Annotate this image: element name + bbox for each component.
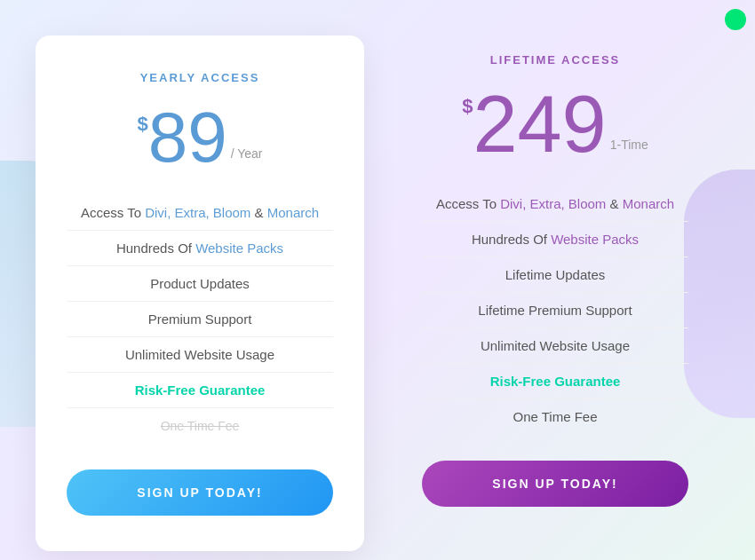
yearly-feature-access-prefix: Access To [81,205,145,220]
yearly-signup-button[interactable]: SIGN UP TODAY! [67,469,333,516]
lifetime-features-list: Access To Divi, Extra, Bloom & Monarch H… [422,186,688,434]
lifetime-feature-updates: Lifetime Updates [422,257,688,293]
yearly-card: YEARLY ACCESS $ 89 / Year Access To Divi… [36,35,364,551]
yearly-one-time-label: One Time Fee [161,419,240,433]
lifetime-feature-support: Lifetime Premium Support [422,293,688,328]
yearly-price-block: $ 89 / Year [67,102,333,173]
yearly-price-period: / Year [231,146,263,161]
lifetime-feature-monarch-link[interactable]: Monarch [623,196,674,211]
lifetime-plan-title: LIFETIME ACCESS [422,53,688,67]
yearly-feature-risk-free: Risk-Free Guarantee [67,373,333,408]
lifetime-feature-and: & [610,196,623,211]
lifetime-feature-wp-link[interactable]: Website Packs [551,232,639,247]
lifetime-feature-access-prefix: Access To [436,196,500,211]
lifetime-feature-one-time: One Time Fee [422,399,688,434]
yearly-feature-monarch-link[interactable]: Monarch [267,205,319,220]
yearly-price-symbol: $ [137,113,147,136]
lifetime-one-time-label: One Time Fee [513,409,597,424]
pricing-container: YEARLY ACCESS $ 89 / Year Access To Divi… [18,0,737,560]
lifetime-price-period: 1-Time [610,138,648,152]
lifetime-signup-button[interactable]: SIGN UP TODAY! [422,461,688,507]
lifetime-feature-usage: Unlimited Website Usage [422,328,688,364]
yearly-feature-updates: Product Updates [67,266,333,302]
yearly-feature-wp-link[interactable]: Website Packs [195,241,283,256]
lifetime-feature-website-packs: Hundreds Of Website Packs [422,222,688,257]
lifetime-feature-access: Access To Divi, Extra, Bloom & Monarch [422,186,688,222]
yearly-feature-one-time: One Time Fee [67,408,333,443]
lifetime-feature-wp-prefix: Hundreds Of [472,232,551,247]
yearly-feature-and: & [255,205,267,220]
yearly-risk-free-label: Risk-Free Guarantee [135,383,266,398]
lifetime-feature-divi-link[interactable]: Divi, Extra, Bloom [500,196,606,211]
lifetime-price-block: $ 249 1-Time [422,84,688,164]
yearly-feature-wp-prefix: Hundreds Of [116,241,195,256]
yearly-feature-support: Premium Support [67,302,333,337]
lifetime-feature-risk-free: Risk-Free Guarantee [422,364,688,399]
yearly-features-list: Access To Divi, Extra, Bloom & Monarch H… [67,195,333,443]
yearly-plan-title: YEARLY ACCESS [67,71,333,84]
yearly-price-number: 89 [148,102,227,173]
lifetime-price-symbol: $ [462,95,473,118]
yearly-feature-access: Access To Divi, Extra, Bloom & Monarch [67,195,333,231]
lifetime-price-number: 249 [473,84,607,164]
yearly-feature-divi-link[interactable]: Divi, Extra, Bloom [145,205,250,220]
yearly-feature-website-packs: Hundreds Of Website Packs [67,231,333,266]
yearly-feature-usage: Unlimited Website Usage [67,337,333,373]
lifetime-risk-free-label: Risk-Free Guarantee [490,374,621,389]
lifetime-card: LIFETIME ACCESS $ 249 1-Time Access To D… [391,35,719,525]
